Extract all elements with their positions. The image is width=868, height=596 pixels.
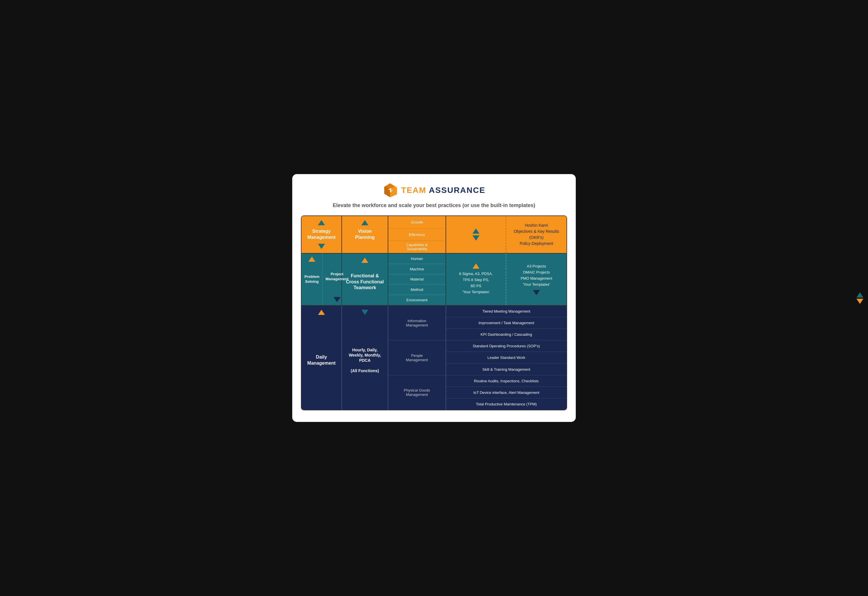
iot-device: IoT Device interface, Alert Management bbox=[446, 387, 566, 398]
page-container: TEAM ASSURANCE Elevate the workforce and… bbox=[292, 174, 576, 422]
logo-icon bbox=[383, 183, 398, 198]
logo-text: TEAM ASSURANCE bbox=[401, 186, 485, 195]
method-item: Method bbox=[388, 285, 445, 295]
logo-team: TEAM bbox=[401, 186, 426, 195]
logo-assurance: ASSURANCE bbox=[429, 186, 485, 195]
functional-teamwork-cell: Functional &Cross FunctionalTeamwork bbox=[342, 254, 388, 305]
information-management-block: InformationManagement bbox=[388, 306, 445, 340]
people-management-block: PeopleManagement bbox=[388, 340, 445, 375]
tpm: Total Productive Maintenance (TPM) bbox=[446, 398, 566, 410]
sigma-text: 6 Sigma, A3, PDSA,TPS 8 Step PS,8D PS'Yo… bbox=[459, 271, 493, 295]
capabilities-item: Capabilities &Sustainability bbox=[388, 241, 445, 253]
logo-area: TEAM ASSURANCE bbox=[383, 183, 485, 198]
subtitle: Elevate the workforce and scale your bes… bbox=[333, 202, 535, 208]
hourly-daily-cell: Hourly, Daily,Weekly, Monthly,PDCA(All F… bbox=[342, 306, 388, 410]
row1-right: Hoshin KanriObjectives & Key Results (OK… bbox=[446, 216, 566, 253]
information-management-label: InformationManagement bbox=[406, 319, 428, 328]
ishikawa-cell: Human Machine Material Method Environmen… bbox=[388, 254, 446, 305]
people-management-label: PeopleManagement bbox=[406, 353, 428, 362]
tiered-meeting: Tiered Meeting Management bbox=[446, 306, 566, 317]
hoshin-kanri-text: Hoshin KanriObjectives & Key Results (OK… bbox=[510, 222, 562, 247]
problem-solving-text: ProblemSolving bbox=[302, 254, 322, 305]
daily-management-label: DailyManagement bbox=[307, 354, 336, 366]
daily-management-cell: DailyManagement bbox=[302, 306, 342, 410]
row-teal: ProblemSolving ProjectManagement bbox=[302, 254, 566, 306]
problem-solving-label: ProblemSolving bbox=[305, 274, 319, 284]
improvement-task: Improvement / Task Management bbox=[446, 317, 566, 329]
sigma-cell: 6 Sigma, A3, PDSA,TPS 8 Step PS,8D PS'Yo… bbox=[446, 254, 506, 305]
a3-projects-cell: A3 ProjectsDMAIC ProjectsPMO Management'… bbox=[506, 254, 566, 305]
material-item: Material bbox=[388, 274, 445, 285]
strategy-management-label: StrategyManagement bbox=[307, 229, 336, 240]
hoshin-kanri-cell: Hoshin KanriObjectives & Key Results (OK… bbox=[506, 216, 566, 253]
header: TEAM ASSURANCE Elevate the workforce and… bbox=[301, 183, 567, 208]
sop: Standard Operating Procedures (SOP's) bbox=[446, 340, 566, 352]
vision-subcategories-cell: Growth Efficiency Capabilities &Sustaina… bbox=[388, 216, 446, 253]
physical-goods-label: Physical GoodsManagement bbox=[404, 388, 430, 397]
environment-item: Environment bbox=[388, 295, 445, 305]
growth-item: Growth bbox=[388, 216, 445, 229]
hourly-daily-label: Hourly, Daily,Weekly, Monthly,PDCA(All F… bbox=[349, 347, 381, 374]
physical-goods-block: Physical GoodsManagement bbox=[388, 375, 445, 410]
routine-audits: Routine Audits, Inspections, Checklists bbox=[446, 375, 566, 387]
strategy-management-cell: StrategyManagement bbox=[302, 216, 342, 253]
problem-solving-cell: ProblemSolving ProjectManagement bbox=[302, 254, 342, 305]
functional-teamwork-label: Functional &Cross FunctionalTeamwork bbox=[346, 273, 384, 291]
row-orange: StrategyManagement VisionPlanning Growth… bbox=[302, 216, 566, 254]
row-navy: DailyManagement Hourly, Daily,Weekly, Mo… bbox=[302, 306, 566, 410]
row1-right-empty bbox=[446, 216, 506, 253]
main-grid: StrategyManagement VisionPlanning Growth… bbox=[301, 215, 567, 410]
a3-text: A3 ProjectsDMAIC ProjectsPMO Management'… bbox=[521, 263, 552, 288]
management-types-cell: InformationManagement PeopleManagement P… bbox=[388, 306, 446, 410]
vision-planning-cell: VisionPlanning bbox=[342, 216, 388, 253]
kpi-dashboarding: KPI Dashboarding / Cascading bbox=[446, 329, 566, 340]
vision-planning-label: VisionPlanning bbox=[355, 229, 375, 240]
skill-training: Skill & Training Management bbox=[446, 364, 566, 375]
efficiency-item: Efficiency bbox=[388, 229, 445, 241]
machine-item: Machine bbox=[388, 264, 445, 274]
human-item: Human bbox=[388, 254, 445, 264]
row2-right: 6 Sigma, A3, PDSA,TPS 8 Step PS,8D PS'Yo… bbox=[446, 254, 566, 305]
leader-standard-work: Leader Standard Work bbox=[446, 352, 566, 363]
row3-right: Tiered Meeting Management Improvement / … bbox=[446, 306, 566, 410]
